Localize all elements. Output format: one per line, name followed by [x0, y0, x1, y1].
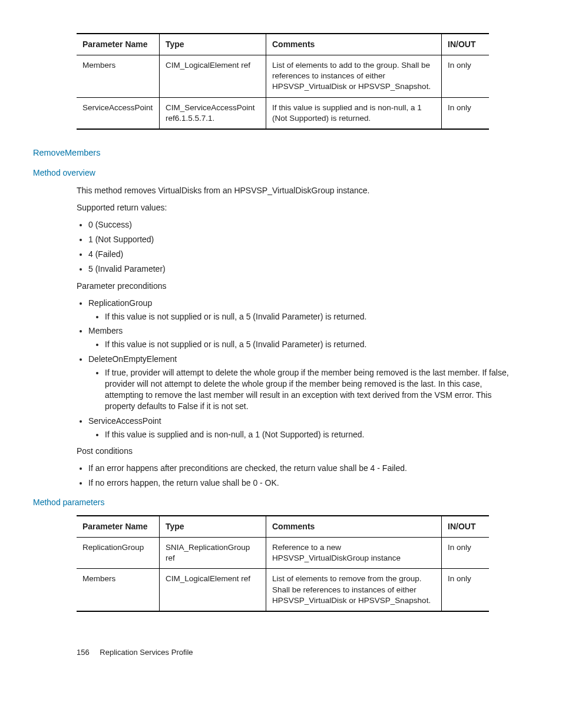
list-item: If this value is not supplied or is null… [105, 311, 521, 322]
cell-inout: In only [442, 55, 490, 97]
list-item: If this value is supplied and is non-nul… [105, 429, 521, 440]
postconditions-list: If an error happens after preconditions … [77, 463, 521, 489]
parameter-table-1: Parameter Name Type Comments IN/OUT Memb… [77, 33, 489, 130]
sublist: If this value is supplied and is non-nul… [88, 429, 521, 440]
cell-name: ReplicationGroup [77, 537, 160, 568]
heading-method-overview: Method overview [33, 167, 521, 179]
th-type: Type [160, 516, 266, 537]
sublist: If this value is not supplied or is null… [88, 311, 521, 322]
overview-intro: This method removes VirtualDisks from an… [77, 185, 521, 196]
list-item: DeleteOnEmptyElement If true, provider w… [88, 354, 521, 411]
parameter-table-2: Parameter Name Type Comments IN/OUT Repl… [77, 515, 489, 612]
table-header-row: Parameter Name Type Comments IN/OUT [77, 516, 489, 537]
list-item: ReplicationGroup If this value is not su… [88, 298, 521, 322]
cell-comments: List of elements to remove from the grou… [266, 569, 442, 611]
heading-remove-members: RemoveMembers [33, 147, 521, 159]
method-overview-body: This method removes VirtualDisks from an… [77, 185, 521, 489]
preconditions-list: ReplicationGroup If this value is not su… [77, 298, 521, 440]
th-parameter-name: Parameter Name [77, 34, 160, 55]
th-inout: IN/OUT [442, 34, 490, 55]
th-inout: IN/OUT [442, 516, 490, 537]
cell-name: ServiceAccessPoint [77, 97, 160, 129]
list-item: If this value is not supplied or is null… [105, 339, 521, 350]
list-item: 4 (Failed) [88, 249, 521, 260]
footer-title: Replication Services Profile [100, 648, 193, 657]
cell-type: SNIA_ReplicationGroup ref [160, 537, 266, 568]
cell-inout: In only [442, 97, 490, 129]
list-item: 5 (Invalid Parameter) [88, 263, 521, 275]
precond-name: Members [88, 326, 123, 335]
list-item: Members If this value is not supplied or… [88, 325, 521, 350]
sublist: If this value is not supplied or is null… [88, 339, 521, 350]
precond-name: DeleteOnEmptyElement [88, 354, 177, 364]
th-parameter-name: Parameter Name [77, 516, 160, 537]
list-item: 1 (Not Supported) [88, 234, 521, 245]
sublist: If true, provider will attempt to delete… [88, 367, 521, 412]
heading-method-parameters: Method parameters [33, 497, 521, 508]
precond-name: ReplicationGroup [88, 298, 152, 308]
cell-type: CIM_ServiceAccessPoint ref6.1.5.5.7.1. [160, 97, 266, 129]
return-values-list: 0 (Success) 1 (Not Supported) 4 (Failed)… [77, 219, 521, 275]
table-header-row: Parameter Name Type Comments IN/OUT [77, 34, 489, 55]
list-item: 0 (Success) [88, 219, 521, 230]
cell-comments: List of elements to add to the group. Sh… [266, 55, 442, 97]
list-item: ServiceAccessPoint If this value is supp… [88, 416, 521, 440]
list-item: If true, provider will attempt to delete… [105, 367, 521, 412]
page-number: 156 [77, 648, 90, 657]
th-comments: Comments [266, 34, 442, 55]
cell-inout: In only [442, 569, 490, 611]
th-comments: Comments [266, 516, 442, 537]
table-row: ReplicationGroup SNIA_ReplicationGroup r… [77, 537, 489, 568]
supported-return-label: Supported return values: [77, 202, 521, 213]
table-row: ServiceAccessPoint CIM_ServiceAccessPoin… [77, 97, 489, 129]
precond-name: ServiceAccessPoint [88, 416, 161, 426]
postconditions-label: Post conditions [77, 446, 521, 457]
cell-comments: If this value is supplied and is non-nul… [266, 97, 442, 129]
cell-inout: In only [442, 537, 490, 568]
cell-type: CIM_LogicalElement ref [160, 569, 266, 611]
list-item: If no errors happen, the return value sh… [88, 477, 521, 489]
list-item: If an error happens after preconditions … [88, 463, 521, 474]
page-footer: 156 Replication Services Profile [77, 647, 521, 658]
cell-comments: Reference to a new HPSVSP_VirtualDiskGro… [266, 537, 442, 568]
cell-name: Members [77, 569, 160, 611]
preconditions-label: Parameter preconditions [77, 281, 521, 292]
cell-name: Members [77, 55, 160, 97]
table-row: Members CIM_LogicalElement ref List of e… [77, 55, 489, 97]
table-row: Members CIM_LogicalElement ref List of e… [77, 569, 489, 611]
th-type: Type [160, 34, 266, 55]
cell-type: CIM_LogicalElement ref [160, 55, 266, 97]
